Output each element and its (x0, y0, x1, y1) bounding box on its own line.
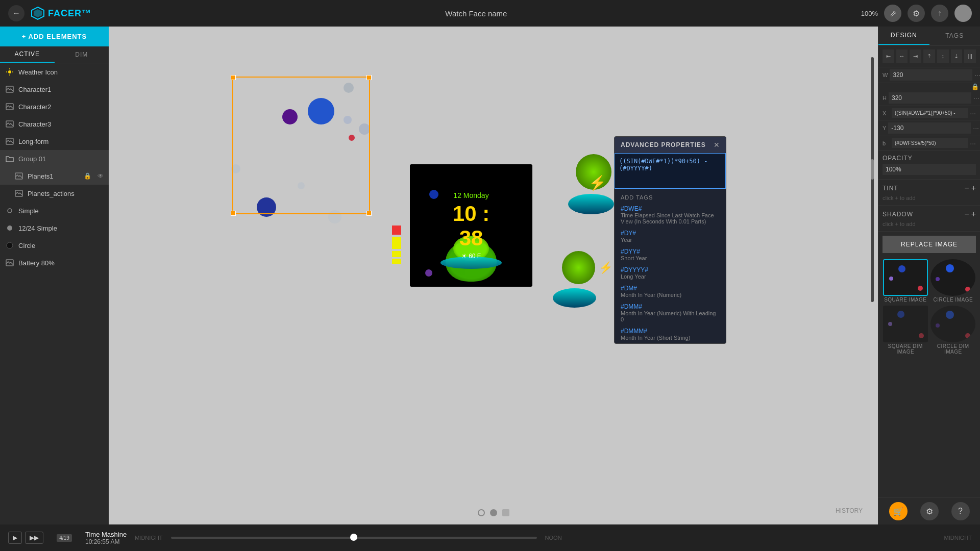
tab-dim[interactable]: DIM (55, 46, 109, 63)
tag-dmmm-desc: Month In Year (Short String) (621, 335, 720, 341)
replace-image-wrapper: REPLACE IMAGE (878, 232, 980, 257)
replace-image-button[interactable]: REPLACE IMAGE (883, 236, 976, 253)
layer-label: Circle (18, 242, 35, 249)
time-value: 10:26:55 AM (85, 538, 127, 545)
history-label[interactable]: HISTORY (836, 507, 863, 514)
tl-ind-2[interactable] (490, 509, 497, 516)
x-dots[interactable]: ··· (970, 109, 976, 117)
x-input[interactable] (892, 108, 968, 118)
tab-design[interactable]: DESIGN (878, 27, 929, 45)
tag-dwe-desc: Time Elapsed Since Last Watch Face View … (621, 212, 720, 224)
timeline-track[interactable] (171, 537, 537, 539)
circle-dim-image-thumb[interactable] (930, 306, 975, 342)
layer-circle[interactable]: Circle (0, 237, 109, 254)
topbar-left: ← FACER™ (8, 5, 91, 21)
zoom-label[interactable]: 100% (861, 10, 878, 17)
fast-forward-button[interactable]: ▶▶ (25, 532, 43, 544)
align-center-h-btn[interactable]: ↔ (896, 49, 908, 63)
align-right-btn[interactable]: ⇥ (910, 49, 921, 63)
scrollbar-thumb[interactable] (871, 159, 874, 180)
adv-props-formula-input[interactable]: ((SIN(#DWE#*1))*90+50) - (#DYYYY#) (615, 153, 726, 189)
add-elements-button[interactable]: + ADD ELEMENTS (0, 27, 109, 46)
align-left-btn[interactable]: ⇤ (883, 49, 894, 63)
tint-minus-btn[interactable]: − (964, 184, 969, 193)
tag-dyyyy[interactable]: #DYYYY# Long Year (615, 264, 726, 282)
layer-character2[interactable]: Character2 (0, 98, 109, 115)
square-image-thumb[interactable] (883, 259, 928, 296)
sel-handle-tl[interactable] (231, 75, 236, 80)
td11 (936, 323, 940, 328)
bottom-bar: ▶ ▶▶ 4/19 Time Mashine 10:26:55 AM MIDNI… (0, 524, 980, 551)
tab-active[interactable]: ACTIVE (0, 46, 55, 63)
tag-dyyyy-name: #DYYYY# (621, 266, 720, 273)
watch-time-display: 12 Monday 10 : 38 ☀ 60 F (440, 191, 502, 260)
sel-handle-bl[interactable] (231, 211, 236, 216)
layer-battery80[interactable]: Battery 80% (0, 254, 109, 271)
tint-plus-btn[interactable]: + (971, 184, 976, 193)
settings-icon[interactable]: ⚙ (908, 5, 925, 22)
thumb-dots-square (884, 260, 927, 295)
share-icon[interactable]: ⇗ (884, 5, 901, 22)
y-input[interactable] (888, 122, 971, 134)
rect-yellow-3 (392, 259, 401, 264)
height-field-row: H ··· (878, 90, 980, 106)
cart-icon[interactable]: 🛒 (889, 502, 908, 520)
shadow-plus-btn[interactable]: + (971, 210, 976, 219)
b-dots[interactable]: ··· (970, 139, 976, 147)
canvas-area[interactable]: 12 Monday 10 : 38 ☀ 60 F ⚡ ⚡ (109, 27, 878, 524)
layer-planets1[interactable]: Planets1 🔒 👁 (0, 167, 109, 185)
layer-character1[interactable]: Character1 (0, 81, 109, 98)
layer-1224-simple[interactable]: 12/24 Simple (0, 219, 109, 237)
shadow-minus-btn[interactable]: − (964, 210, 969, 219)
y-dots[interactable]: ··· (973, 124, 979, 132)
align-bottom-btn[interactable]: ⇣ (951, 49, 963, 63)
tag-dmmm[interactable]: #DMMM# Month In Year (Short String) (615, 325, 726, 343)
height-input[interactable] (889, 92, 971, 104)
sel-handle-tr[interactable] (366, 75, 372, 80)
opacity-input[interactable] (883, 164, 976, 175)
layer-planets-actions[interactable]: Planets_actions (0, 185, 109, 202)
timeline-thumb[interactable] (350, 534, 357, 541)
square-dim-image-thumb[interactable] (883, 306, 928, 342)
planet-grey-3 (344, 83, 354, 93)
td9 (919, 333, 924, 338)
help-icon[interactable]: ? (951, 502, 970, 520)
tag-dmm[interactable]: #DMM# Month In Year (Numeric) With Leadi… (615, 300, 726, 325)
upload-icon[interactable]: ↑ (931, 5, 948, 22)
align-top-btn[interactable]: ⇡ (923, 49, 935, 63)
width-input[interactable] (890, 69, 972, 81)
circle-image-thumb[interactable] (930, 259, 975, 296)
settings-bottom-icon[interactable]: ⚙ (920, 502, 939, 520)
play-button[interactable]: ▶ (8, 532, 22, 544)
tag-dm[interactable]: #DM# Month In Year (Numeric) (615, 282, 726, 300)
avatar[interactable] (954, 5, 972, 22)
layer-long-form[interactable]: Long-form (0, 133, 109, 150)
layer-group01[interactable]: Group 01 (0, 150, 109, 167)
layer-character3[interactable]: Character3 (0, 115, 109, 133)
tl-ind-3[interactable] (502, 509, 509, 516)
layer-weather-icon[interactable]: Weather Icon (0, 63, 109, 81)
sel-handle-br[interactable] (366, 211, 372, 216)
rect-yellow-1 (392, 237, 401, 249)
b-input[interactable] (892, 138, 968, 148)
b-field-row: b ··· (878, 136, 980, 151)
h-dots[interactable]: ··· (973, 94, 979, 102)
align-center-v-btn[interactable]: ↕ (937, 49, 949, 63)
circle-image-wrapper: CIRCLE IMAGE (930, 259, 976, 304)
image-icon (5, 137, 14, 146)
tag-dwe[interactable]: #DWE# Time Elapsed Since Last Watch Face… (615, 203, 726, 227)
tab-tags[interactable]: TAGS (929, 27, 981, 45)
planet-purple (282, 109, 298, 124)
visibility-icon[interactable]: 👁 (97, 172, 104, 180)
w-dots[interactable]: ··· (974, 71, 980, 79)
tl-ind-1[interactable] (478, 509, 485, 516)
back-button[interactable]: ← (8, 5, 24, 21)
thumb-dots-sq-dim (883, 306, 928, 342)
layer-simple[interactable]: Simple (0, 202, 109, 219)
adv-props-close-button[interactable]: ✕ (714, 141, 720, 149)
tag-dy[interactable]: #DY# Year (615, 227, 726, 245)
distribute-h-btn[interactable]: ||| (964, 49, 976, 63)
tag-dm-desc: Month In Year (Numeric) (621, 292, 720, 298)
lock-aspect-icon[interactable]: 🔒 (970, 83, 980, 90)
tag-dyy[interactable]: #DYY# Short Year (615, 245, 726, 264)
